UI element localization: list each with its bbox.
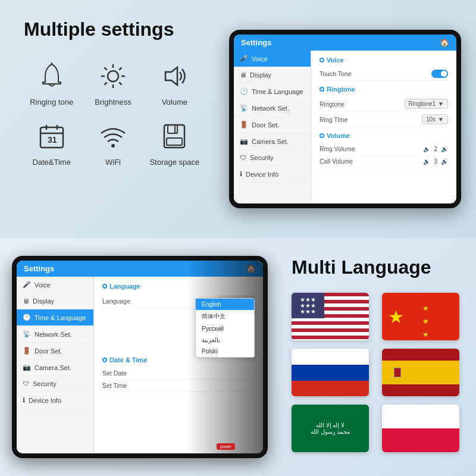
volume-decrease-icon[interactable]: 🔉 <box>423 146 430 152</box>
lang-option-russian[interactable]: Русский <box>196 323 254 334</box>
bottom-section: Settings 🏠 🎤 Voice 🖥 Display <box>0 238 476 476</box>
ringtone-section-title: Ringtone <box>320 86 448 93</box>
bottom-device-panel: Settings 🏠 🎤 Voice 🖥 Display <box>0 238 280 476</box>
ring-volume-ctrl: 🔉 2 🔊 <box>423 146 448 152</box>
home-icon: 🏠 <box>440 38 449 47</box>
settings-panel: Multiple settings Ringing tone <box>0 0 214 238</box>
svg-rect-19 <box>167 138 182 145</box>
volume-item: Volume <box>147 58 202 107</box>
settings-title: Settings <box>241 38 271 47</box>
main-title: Multiple settings <box>24 18 202 40</box>
brightness-item: Brightness <box>85 58 140 107</box>
flag-us: ★★★★★★★★★ <box>292 293 369 340</box>
flag-ru <box>292 349 369 396</box>
set-date-row: Set Date <box>102 367 255 380</box>
bottom-sidebar-door[interactable]: 🚪 Door Set. <box>17 343 93 359</box>
flags-grid: ★★★★★★★★★ ★ ★★★★ <box>292 293 464 452</box>
settings-sidebar: 🎤 Voice 🖥 Display 🕐 Time & Language <box>234 51 311 203</box>
bottom-sidebar-time-language[interactable]: 🕐 Time & Language <box>17 309 93 326</box>
ring-volume-row: Ring Volume 🔉 2 🔊 <box>320 143 448 155</box>
bell-icon <box>34 58 70 94</box>
icons-grid: Ringing tone <box>24 58 202 167</box>
sidebar-door[interactable]: 🚪 Door Set. <box>234 117 311 133</box>
language-panel: Multi Language ★★★★★★★★★ ★ ★★★★ <box>280 238 476 476</box>
datetime-label: Date&Time <box>32 158 71 167</box>
flag-sa: لا إله إلا اللهمحمد رسول الله <box>292 405 369 452</box>
lang-option-arabic[interactable]: بالعربية <box>196 334 254 346</box>
settings-body: 🎤 Voice 🖥 Display 🕐 Time & Language <box>234 51 456 203</box>
calendar-icon: 31 <box>34 118 70 154</box>
bottom-sidebar-camera[interactable]: 📷 Camera Set. <box>17 359 93 376</box>
info-icon: ℹ <box>240 170 242 178</box>
flag-pl <box>382 405 459 452</box>
brightness-label: Brightness <box>95 98 131 107</box>
ringing-tone-item: Ringing tone <box>24 58 79 107</box>
ring-time-dropdown[interactable]: 10s ▼ <box>422 114 448 124</box>
bottom-settings-title: Settings <box>24 264 54 273</box>
bottom-home-icon: 🏠 <box>246 264 256 273</box>
wifi-icon <box>95 118 131 154</box>
lang-option-english[interactable]: English <box>196 299 254 310</box>
sidebar-camera[interactable]: 📷 Camera Set. <box>234 133 311 150</box>
bottom-sidebar-security[interactable]: 🛡 Security <box>17 376 93 392</box>
ringing-tone-label: Ringing tone <box>30 98 73 107</box>
language-title: Multi Language <box>292 256 464 278</box>
ring-time-row: Ring Time 10s ▼ <box>320 112 448 127</box>
camera-icon: 📷 <box>240 137 248 145</box>
volume-section-title: Volume <box>320 132 448 139</box>
speaker-icon <box>156 58 192 94</box>
bottom-sidebar-network[interactable]: 📡 Network Set. <box>17 326 93 343</box>
call-vol-increase-icon[interactable]: 🔊 <box>441 158 448 165</box>
bottom-device: Settings 🏠 🎤 Voice 🖥 Display <box>12 256 268 458</box>
sidebar-security[interactable]: 🛡 Security <box>234 150 311 166</box>
svg-rect-18 <box>168 125 177 133</box>
wifi-label: WiFi <box>105 158 121 167</box>
chevron-down-icon: ▼ <box>438 101 444 107</box>
settings-content: Voice Touch Tone Ringtone Ringtone <box>311 51 456 203</box>
voice-section-title: Voice <box>320 57 448 64</box>
sidebar-network[interactable]: 📡 Network Set. <box>234 100 311 117</box>
lang-option-polish[interactable]: Polski <box>196 346 254 357</box>
lang-option-chinese[interactable]: 简体中文 <box>196 310 254 323</box>
set-time-row: Set Time <box>102 380 255 392</box>
ringtone-dropdown[interactable]: Ringtone1 ▼ <box>405 99 449 109</box>
call-volume-ctrl: 🔉 3 🔊 <box>423 158 448 165</box>
storage-item: Storage space <box>147 118 202 167</box>
flag-es <box>382 349 459 396</box>
call-volume-row: Call Volume 🔉 3 🔊 <box>320 155 448 168</box>
call-vol-decrease-icon[interactable]: 🔉 <box>423 158 430 165</box>
svg-point-1 <box>108 71 118 82</box>
door-icon: 🚪 <box>240 121 248 129</box>
svg-line-6 <box>104 68 107 70</box>
language-dropdown-open: English 简体中文 Русский بالعربية Polski <box>195 298 255 358</box>
top-device-panel: Settings 🏠 🎤 Voice 🖥 Display <box>214 0 476 238</box>
bottom-sidebar-device-info[interactable]: ℹ Device Info <box>17 392 93 409</box>
svg-text:31: 31 <box>48 135 57 145</box>
touch-tone-toggle[interactable] <box>431 70 448 78</box>
display-icon: 🖥 <box>240 71 246 79</box>
sidebar-device-info[interactable]: ℹ Device Info <box>234 166 311 183</box>
bottom-device-screen: Settings 🏠 🎤 Voice 🖥 Display <box>17 261 263 453</box>
svg-marker-10 <box>165 67 177 85</box>
bottom-settings-content: Language Language English ▼ English <box>94 277 263 453</box>
bottom-settings-sidebar: 🎤 Voice 🖥 Display 🕐 Time & Language <box>17 277 94 453</box>
shield-icon: 🛡 <box>240 154 246 161</box>
flag-cn: ★ ★★★★ <box>382 293 459 340</box>
settings-header: Settings 🏠 <box>234 35 456 51</box>
bottom-sidebar-display[interactable]: 🖥 Display <box>17 293 93 309</box>
wifi-item: WiFi <box>85 118 140 167</box>
svg-line-9 <box>104 83 107 85</box>
sun-icon <box>95 58 131 94</box>
top-device-screen: Settings 🏠 🎤 Voice 🖥 Display <box>234 35 456 203</box>
sidebar-voice[interactable]: 🎤 Voice <box>234 51 311 67</box>
svg-line-8 <box>119 68 121 70</box>
sidebar-display[interactable]: 🖥 Display <box>234 67 311 83</box>
bottom-settings-header: Settings 🏠 <box>17 261 263 277</box>
bottom-sidebar-voice[interactable]: 🎤 Voice <box>17 277 93 293</box>
volume-increase-icon[interactable]: 🔊 <box>441 146 448 152</box>
power-button[interactable]: power <box>217 443 235 450</box>
storage-label: Storage space <box>149 158 199 167</box>
svg-line-7 <box>119 83 121 85</box>
sidebar-time-language[interactable]: 🕐 Time & Language <box>234 83 311 100</box>
network-icon: 📡 <box>240 104 248 112</box>
